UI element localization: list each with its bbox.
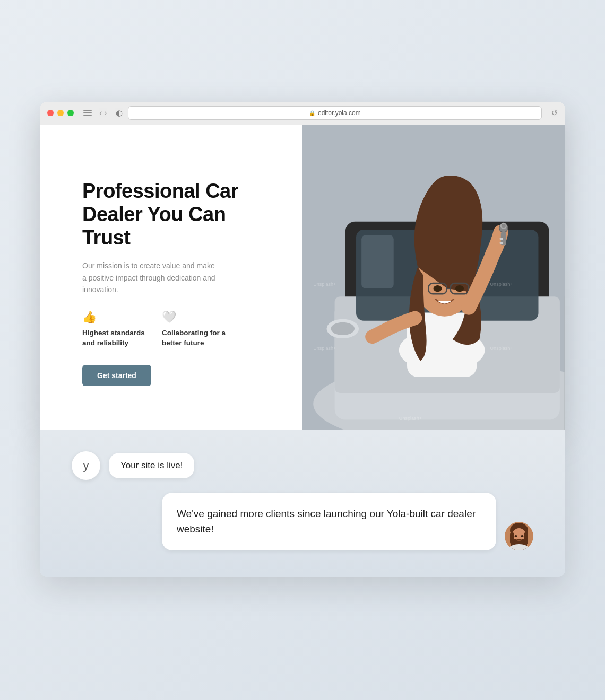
sidebar-toggle-icon[interactable] [83, 110, 92, 116]
svg-text:Unsplash+: Unsplash+ [490, 346, 513, 351]
url-text: editor.yola.com [318, 109, 361, 117]
user-avatar [505, 522, 533, 550]
close-dot[interactable] [47, 110, 54, 116]
svg-text:Unsplash+: Unsplash+ [313, 346, 336, 351]
hero-image: Unsplash+ Unsplash+ Unsplash+ Unsplash+ … [302, 125, 565, 431]
svg-point-15 [433, 285, 442, 292]
lock-icon: 🔒 [309, 110, 315, 116]
browser-toolbar: ‹ › ◐ 🔒 editor.yola.com ↺ [40, 102, 565, 125]
svg-text:Unsplash+: Unsplash+ [490, 282, 513, 287]
get-started-button[interactable]: Get started [82, 365, 151, 386]
outer-wrapper: ‹ › ◐ 🔒 editor.yola.com ↺ Professional C… [40, 102, 565, 578]
hero-description: Our mission is to create value and make … [82, 260, 220, 295]
yola-avatar: y [72, 451, 100, 480]
svg-rect-8 [361, 235, 394, 288]
chat-bubble-sent: We've gained more clients since launchin… [162, 493, 496, 550]
yola-initial: y [83, 459, 89, 472]
thumbs-up-icon: 👍 [82, 310, 146, 324]
sent-message-text: We've gained more clients since launchin… [177, 508, 476, 535]
minimize-dot[interactable] [57, 110, 64, 116]
chat-section: y Your site is live! We've gained more c… [40, 430, 565, 577]
site-content: Professional Car Dealer You Can Trust Ou… [40, 125, 565, 431]
svg-text:Unsplash+: Unsplash+ [313, 282, 336, 287]
svg-point-6 [331, 322, 355, 335]
features-row: 👍 Highest standards and reliability 🤍 Co… [82, 310, 276, 347]
received-message-text: Your site is live! [120, 460, 183, 470]
svg-rect-20 [500, 242, 503, 244]
back-button[interactable]: ‹ [99, 108, 102, 118]
url-bar[interactable]: 🔒 editor.yola.com [128, 106, 542, 120]
chat-message-sent: We've gained more clients since launchin… [162, 493, 533, 550]
feature-item-2: 🤍 Collaborating for a better future [162, 310, 226, 347]
traffic-lights [47, 110, 74, 116]
svg-point-16 [455, 285, 464, 292]
feature-label-2: Collaborating for a better future [162, 328, 226, 347]
forward-button[interactable]: › [104, 108, 107, 118]
nav-arrows: ‹ › [99, 108, 107, 118]
reload-icon[interactable]: ↺ [551, 109, 558, 117]
maximize-dot[interactable] [67, 110, 74, 116]
chat-message-received: y Your site is live! [72, 451, 194, 480]
browser-window: ‹ › ◐ 🔒 editor.yola.com ↺ Professional C… [40, 102, 565, 431]
chat-bubble-received: Your site is live! [109, 453, 194, 478]
site-right-panel: Unsplash+ Unsplash+ Unsplash+ Unsplash+ … [302, 125, 565, 431]
hero-title: Professional Car Dealer You Can Trust [82, 180, 276, 249]
heart-icon: 🤍 [162, 310, 226, 324]
svg-text:Unsplash+: Unsplash+ [399, 415, 422, 421]
svg-point-34 [515, 535, 517, 537]
svg-rect-19 [500, 238, 503, 240]
user-avatar-svg [505, 522, 533, 550]
feature-item-1: 👍 Highest standards and reliability [82, 310, 146, 347]
brightness-icon: ◐ [116, 108, 123, 118]
site-left-panel: Professional Car Dealer You Can Trust Ou… [40, 125, 302, 431]
feature-label-1: Highest standards and reliability [82, 328, 146, 347]
car-dealer-svg: Unsplash+ Unsplash+ Unsplash+ Unsplash+ … [302, 125, 565, 431]
svg-point-35 [521, 535, 524, 537]
